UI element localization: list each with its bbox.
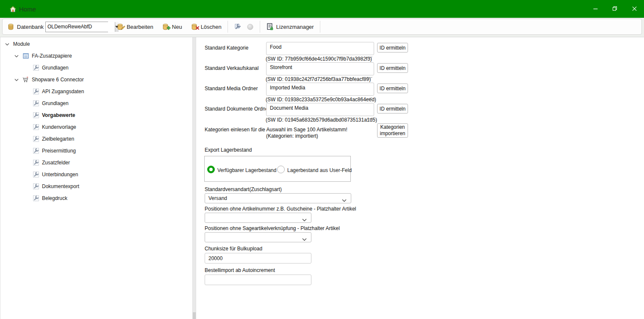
vorgabewerte-form: Standard Kategorie (SW ID: 77b959cf66de4… (196, 37, 644, 319)
id-ermitteln-button[interactable]: ID ermitteln (377, 104, 408, 114)
tree-item-api-zugangsdaten[interactable]: API Zugangsdaten (0, 86, 192, 97)
tree-item-label: Grundlagen (42, 100, 69, 106)
x-icon (195, 25, 200, 31)
field-label: Standard Media Ordner (205, 86, 258, 92)
license-manager-button[interactable]: Lizenzmanager (264, 21, 316, 32)
field-standard-verkaufskanal: Standard Verkaufskanal (SW ID: 01938c242… (196, 62, 644, 83)
toolbar-separator (320, 21, 320, 33)
sphere-button[interactable] (244, 22, 256, 32)
wrench-icon (33, 136, 39, 142)
radio-verfuegbarer-lagerbestand[interactable] (207, 166, 215, 173)
edit-button[interactable]: Bearbeiten (114, 21, 156, 32)
tree-item-unterbindungen[interactable]: Unterbindungen (0, 169, 192, 180)
standard-media-ordner-input[interactable] (266, 83, 374, 96)
new-button[interactable]: Neu (159, 21, 185, 32)
radio-lagerbestand-userfeld[interactable] (277, 166, 285, 173)
tree-item-zusatzfelder[interactable]: Zusatzfelder (0, 157, 192, 169)
standardversandart-label: Standardversandart(Zuschlagsart) (205, 186, 282, 192)
wrench-icon (33, 64, 39, 71)
chevron-down-icon[interactable] (4, 43, 11, 46)
tree-item-label: Grundlagen (42, 65, 69, 71)
new-button-label: Neu (172, 24, 182, 30)
wrench-icon (33, 183, 39, 190)
standardversandart-select[interactable]: Versand (205, 193, 351, 203)
database-edit-icon (117, 23, 124, 31)
standard-verkaufskanal-input[interactable] (266, 62, 374, 75)
delete-button[interactable]: Löschen (188, 21, 224, 32)
sw-id-label: (SW ID: 01938c233a53725e9c0b93a4ac864eed… (266, 97, 376, 103)
database-delete-icon (191, 23, 198, 31)
kategorien-importieren-button[interactable]: Kategorien importieren (377, 123, 408, 138)
tree-item-label: Kundenvorlage (42, 124, 76, 130)
wrench-icon (33, 171, 39, 178)
close-icon (632, 5, 637, 13)
id-ermitteln-button[interactable]: ID ermitteln (377, 43, 408, 53)
tree-item-label: Dokumentexport (42, 183, 79, 189)
radio-label: Lagerbestand aus User-Feld (287, 167, 352, 173)
application-window: Home (0, 0, 644, 319)
tree-item-grundlagen-sw[interactable]: Grundlagen (0, 97, 192, 109)
sw-id-label: (SW ID: 77b959cf66de4c1590c7f9b7da3982f3… (266, 56, 372, 62)
standard-dokumente-ordner-input[interactable] (266, 103, 374, 116)
wrench-icon (33, 124, 39, 130)
positionen-ohne-artikelnummer-label: Positionen ohne Artikelnummer z.B. Gutsc… (205, 206, 356, 212)
id-ermitteln-button[interactable]: ID ermitteln (377, 63, 408, 73)
export-lagerbestand-groupbox: Verfügbarer Lagerbestand (St Lagerbestan… (204, 156, 351, 182)
edit-button-label: Bearbeiten (127, 24, 153, 30)
chevron-down-icon (342, 197, 347, 203)
chunksize-input[interactable] (205, 253, 311, 264)
delete-button-label: Löschen (201, 24, 222, 30)
tree-item-zielbelegarten[interactable]: Zielbelegarten (0, 133, 192, 145)
tree-item-label: Unterbindungen (42, 172, 78, 178)
wrench-icon (33, 159, 39, 166)
minimize-button[interactable] (586, 0, 605, 18)
sphere-icon (247, 23, 254, 31)
toolbar-separator (260, 21, 260, 33)
toolbar-separator (228, 21, 228, 33)
settings-button[interactable] (231, 21, 244, 32)
tree-item-label: Zusatzfelder (42, 160, 70, 166)
kategorien-einlesen-label: Kategorien einlesen für die Auswahl im S… (205, 127, 347, 133)
positionen-ohne-artikelnummer-select[interactable] (205, 213, 311, 223)
field-label: Standard Verkaufskanal (205, 65, 258, 71)
tree-item-belegdruck[interactable]: Belegdruck (0, 192, 192, 204)
chevron-down-icon[interactable] (13, 55, 20, 58)
wrench-icon (33, 195, 39, 202)
license-manager-label: Lizenzmanager (276, 24, 314, 30)
field-standard-kategorie: Standard Kategorie (SW ID: 77b959cf66de4… (196, 42, 644, 62)
restore-icon (612, 5, 617, 13)
tree-item-module[interactable]: Module (0, 38, 192, 50)
tree-item-grundlagen-fa[interactable]: Grundlagen (0, 62, 192, 74)
panel-splitter[interactable] (192, 37, 196, 319)
database-new-icon (162, 23, 169, 31)
radio-label: Verfügbarer Lagerbestand (St (217, 167, 277, 173)
chevron-down-icon[interactable] (13, 78, 20, 81)
tree-item-shopware6-connector[interactable]: Shopware 6 Connector (0, 74, 192, 86)
wrench-icon (33, 88, 39, 95)
scrollbar-thumb[interactable] (193, 312, 196, 319)
tree-item-kundenvorlage[interactable]: Kundenvorlage (0, 121, 192, 133)
field-label: Standard Dokumente Ordner (205, 106, 270, 112)
sw-id-label: (SW ID: 01938c242f7d7256bf3aa77bbfeacf89… (266, 76, 371, 82)
tree-item-dokumentexport[interactable]: Dokumentexport (0, 180, 192, 192)
database-combobox-input[interactable] (46, 22, 115, 32)
wrench-icon (33, 147, 39, 154)
tree-item-preisermittlung[interactable]: Preisermittlung (0, 145, 192, 157)
pencil-icon (121, 25, 125, 31)
tree-item-fa-zusatzpapiere[interactable]: FA-Zusatzpapiere (0, 50, 192, 62)
tree-item-label: Module (13, 41, 30, 47)
database-label: Datenbank (17, 24, 44, 30)
chevron-down-icon (302, 236, 307, 242)
cart-icon (22, 76, 29, 83)
field-standard-media-ordner: Standard Media Ordner (SW ID: 01938c233a… (196, 83, 644, 103)
tree-item-label: FA-Zusatzpapiere (32, 53, 72, 59)
positionen-ohne-sageartikel-select[interactable] (205, 232, 311, 242)
close-button[interactable] (625, 0, 644, 18)
tree-item-vorgabewerte[interactable]: Vorgabewerte (0, 109, 192, 121)
bestellimport-input[interactable] (205, 275, 311, 285)
restore-button[interactable] (605, 0, 625, 18)
tree-item-label: Zielbelegarten (42, 136, 74, 142)
id-ermitteln-button[interactable]: ID ermitteln (377, 83, 408, 93)
wrench-icon (33, 100, 39, 107)
standard-kategorie-input[interactable] (266, 42, 374, 55)
